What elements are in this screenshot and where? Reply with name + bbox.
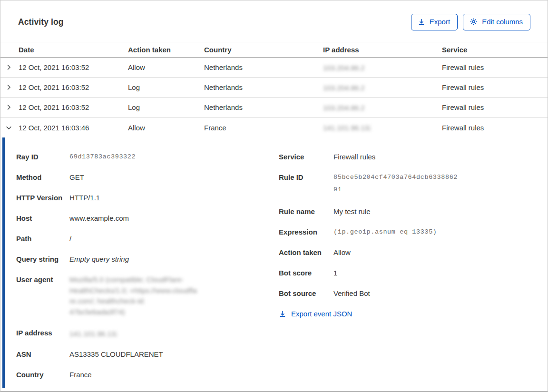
detail-left-column: Ray ID 69d13783ac393322 Method GET HTTP … bbox=[16, 152, 279, 392]
field-country: Country France bbox=[16, 370, 279, 380]
export-button[interactable]: Export bbox=[411, 14, 458, 30]
field-rule-name: Rule name My test rule bbox=[279, 206, 548, 216]
edit-columns-button-label: Edit columns bbox=[482, 18, 523, 26]
table-row[interactable]: 12 Oct, 2021 16:03:52 Allow Netherlands … bbox=[0, 58, 548, 78]
redacted-ip: 103.204.86.219 bbox=[323, 84, 365, 92]
export-event-json-label: Export event JSON bbox=[291, 310, 352, 318]
edit-columns-button[interactable]: Edit columns bbox=[463, 14, 530, 30]
field-user-agent: User agent Mozilla/5.0 (compatible; Clou… bbox=[16, 274, 279, 317]
cell-date: 12 Oct, 2021 16:03:52 bbox=[19, 63, 128, 71]
column-header-action-taken: Action taken bbox=[128, 46, 204, 54]
field-host: Host www.example.com bbox=[16, 213, 279, 223]
cell-ip-address: 103.204.86.219 bbox=[323, 103, 442, 112]
redacted-ip: 141.101.96.132 bbox=[323, 124, 371, 132]
field-bot-score: Bot score 1 bbox=[279, 268, 548, 278]
column-header-date: Date bbox=[19, 46, 128, 54]
rule-name-value: My test rule bbox=[333, 206, 371, 216]
chevron-right-icon[interactable] bbox=[0, 64, 19, 71]
field-path: Path / bbox=[16, 234, 279, 244]
path-value: / bbox=[69, 234, 71, 244]
bot-source-value: Verified Bot bbox=[333, 288, 370, 298]
column-header-service: Service bbox=[442, 46, 548, 54]
activity-log-panel: Activity log Export Edit columns bbox=[0, 0, 548, 392]
column-header-country: Country bbox=[204, 46, 323, 54]
download-icon bbox=[279, 310, 286, 318]
header: Activity log Export Edit columns bbox=[0, 0, 548, 31]
asn-value: AS13335 CLOUDFLARENET bbox=[69, 349, 163, 359]
method-value: GET bbox=[69, 172, 84, 182]
action-taken-value: Allow bbox=[333, 247, 351, 257]
service-value: Firewall rules bbox=[333, 152, 375, 162]
cell-service: Firewall rules bbox=[442, 124, 548, 132]
cell-date: 12 Oct, 2021 16:03:52 bbox=[19, 83, 128, 91]
field-service: Service Firewall rules bbox=[279, 152, 548, 162]
field-rule-id: Rule ID 85bce5b204cf4703a764dcb633886291 bbox=[279, 172, 548, 196]
activity-log-table: Date Action taken Country IP address Ser… bbox=[0, 42, 548, 392]
bot-score-value: 1 bbox=[333, 268, 337, 278]
column-header-ip-address: IP address bbox=[323, 46, 442, 54]
event-detail-panel: Ray ID 69d13783ac393322 Method GET HTTP … bbox=[0, 137, 548, 392]
export-button-label: Export bbox=[430, 18, 450, 26]
field-method: Method GET bbox=[16, 172, 279, 182]
cell-ip-address: 103.204.86.219 bbox=[323, 83, 442, 92]
expression-value: (ip.geoip.asnum eq 13335) bbox=[333, 227, 437, 237]
cell-date: 12 Oct, 2021 16:03:46 bbox=[19, 124, 128, 132]
table-row[interactable]: 12 Oct, 2021 16:03:52 Log Netherlands 10… bbox=[0, 78, 548, 98]
redacted-ip: 141.101.96.132 bbox=[69, 329, 117, 339]
cell-country: France bbox=[204, 124, 323, 132]
cell-country: Netherlands bbox=[204, 103, 323, 111]
export-event-json-link[interactable]: Export event JSON bbox=[279, 310, 352, 318]
table-row[interactable]: 12 Oct, 2021 16:03:52 Log Netherlands 10… bbox=[0, 98, 548, 118]
country-value: France bbox=[69, 370, 92, 380]
gear-icon bbox=[470, 18, 478, 26]
field-query-string: Query string Empty query string bbox=[16, 254, 279, 264]
cell-action-taken: Log bbox=[128, 103, 204, 111]
cell-action-taken: Log bbox=[128, 83, 204, 91]
field-ip-address: IP address 141.101.96.132 bbox=[16, 328, 279, 339]
cell-action-taken: Allow bbox=[128, 63, 204, 71]
query-string-value: Empty query string bbox=[69, 254, 129, 264]
cell-ip-address: 103.204.86.219 bbox=[323, 63, 442, 72]
table-row-expanded[interactable]: 12 Oct, 2021 16:03:46 Allow France 141.1… bbox=[0, 118, 548, 137]
field-ray-id: Ray ID 69d13783ac393322 bbox=[16, 152, 279, 162]
detail-right-column: Service Firewall rules Rule ID 85bce5b20… bbox=[279, 152, 548, 392]
http-version-value: HTTP/1.1 bbox=[69, 193, 100, 203]
field-action-taken: Action taken Allow bbox=[279, 247, 548, 257]
field-expression: Expression (ip.geoip.asnum eq 13335) bbox=[279, 227, 548, 237]
chevron-right-icon[interactable] bbox=[0, 84, 19, 91]
toolbar: Export Edit columns bbox=[411, 14, 530, 30]
cell-country: Netherlands bbox=[204, 63, 323, 71]
cell-country: Netherlands bbox=[204, 83, 323, 91]
cell-action-taken: Allow bbox=[128, 124, 204, 132]
download-icon bbox=[418, 18, 425, 26]
cell-service: Firewall rules bbox=[442, 63, 548, 71]
cell-date: 12 Oct, 2021 16:03:52 bbox=[19, 103, 128, 111]
field-bot-source: Bot source Verified Bot bbox=[279, 288, 548, 298]
field-asn: ASN AS13335 CLOUDFLARENET bbox=[16, 349, 279, 359]
cell-service: Firewall rules bbox=[442, 103, 548, 111]
redacted-ip: 103.204.86.219 bbox=[323, 104, 365, 112]
redacted-ip: 103.204.86.219 bbox=[323, 64, 365, 72]
cell-ip-address: 141.101.96.132 bbox=[323, 123, 442, 132]
host-value: www.example.com bbox=[69, 213, 129, 223]
table-header-row: Date Action taken Country IP address Ser… bbox=[0, 42, 548, 58]
user-agent-value-redacted: Mozilla/5.0 (compatible; CloudFlare- Hea… bbox=[69, 274, 205, 317]
chevron-right-icon[interactable] bbox=[0, 104, 19, 111]
cell-service: Firewall rules bbox=[442, 83, 548, 91]
ray-id-value: 69d13783ac393322 bbox=[69, 152, 136, 162]
chevron-down-icon[interactable] bbox=[0, 124, 19, 131]
field-http-version: HTTP Version HTTP/1.1 bbox=[16, 193, 279, 203]
page-title: Activity log bbox=[18, 17, 64, 27]
rule-id-value: 85bce5b204cf4703a764dcb633886291 bbox=[333, 171, 458, 196]
